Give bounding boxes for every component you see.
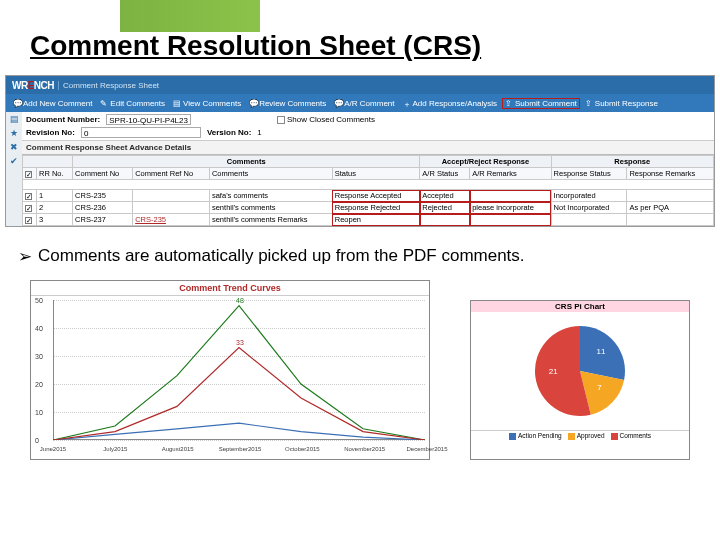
add-response-button[interactable]: ＋Add Response/Analysis [400, 98, 501, 109]
check-icon[interactable]: ✔ [9, 156, 19, 166]
comments-table: Comments Accept/Reject Response Response… [22, 155, 714, 226]
row-check[interactable] [25, 193, 32, 200]
col-status[interactable]: Status [332, 168, 420, 180]
col-rrno[interactable]: RR No. [37, 168, 73, 180]
edit-comments-button[interactable]: ✎Edit Comments [97, 98, 168, 109]
side-toolbar: ▤ ★ ✖ ✔ [6, 112, 22, 226]
pie-chart-title: CRS Pi Chart [471, 301, 689, 312]
checkbox-icon [277, 116, 285, 124]
add-new-comment-button[interactable]: 💬Add New Comment [10, 98, 95, 109]
app-window: WRENCH Comment Response Sheet 💬Add New C… [5, 75, 715, 227]
line-chart-title: Comment Trend Curves [31, 281, 429, 296]
col-comments[interactable]: Comments [209, 168, 332, 180]
line-chart: Comment Trend Curves 01020304050June2015… [30, 280, 430, 460]
plus-icon: ＋ [403, 99, 411, 107]
col-group-blank [23, 156, 73, 168]
version-value: 1 [257, 128, 261, 137]
speech-icon: 💬 [249, 99, 257, 107]
doc-info: Document Number: SPR-10-QU-PI-P4L23 Show… [22, 112, 714, 141]
upload-icon: ⇪ [585, 99, 593, 107]
submit-comment-button[interactable]: ⇪Submit Comment [502, 98, 580, 109]
table-row[interactable]: 1 CRS-235 safa's comments Response Accep… [23, 190, 714, 202]
col-cno[interactable]: Comment No [73, 168, 133, 180]
table-row[interactable]: 3 CRS-237 CRS-235 senthil's comments Rem… [23, 214, 714, 226]
doc-num-field: SPR-10-QU-PI-P4L23 [106, 114, 191, 125]
row-check[interactable] [25, 205, 32, 212]
speech-icon: 💬 [334, 99, 342, 107]
col-crefno[interactable]: Comment Ref No [133, 168, 210, 180]
col-group-response: Response [551, 156, 713, 168]
app-logo: WRENCH [12, 80, 54, 91]
col-rstatus[interactable]: Response Status [551, 168, 627, 180]
doc-num-label: Document Number: [26, 115, 100, 124]
bullet-point: ➢ Comments are automatically picked up f… [18, 246, 525, 267]
upload-icon: ⇪ [505, 99, 513, 107]
col-rremarks[interactable]: Response Remarks [627, 168, 714, 180]
speech-icon: 💬 [13, 99, 21, 107]
close-icon[interactable]: ✖ [9, 142, 19, 152]
list-icon: ▤ [173, 99, 181, 107]
bookmark-icon[interactable]: ★ [9, 128, 19, 138]
cref-link[interactable]: CRS-235 [135, 215, 166, 224]
slide-title: Comment Resolution Sheet (CRS) [30, 30, 481, 62]
app-header: WRENCH Comment Response Sheet [6, 76, 714, 94]
show-closed-checkbox[interactable]: Show Closed Comments [277, 115, 375, 124]
row-check[interactable] [25, 217, 32, 224]
bullet-icon: ➢ [18, 246, 32, 267]
col-arremarks[interactable]: A/R Remarks [470, 168, 551, 180]
pencil-icon: ✎ [100, 99, 108, 107]
svg-text:7: 7 [597, 383, 602, 392]
table-row[interactable]: 2 CRS-236 senthil's comments Response Re… [23, 202, 714, 214]
section-title: Comment Response Sheet Advance Details [22, 141, 714, 155]
svg-text:21: 21 [549, 367, 558, 376]
toolbar: 💬Add New Comment ✎Edit Comments ▤View Co… [6, 94, 714, 112]
pie-legend: Action Pending Approved Comments [471, 430, 689, 441]
col-group-ar: Accept/Reject Response [420, 156, 551, 168]
col-arstatus[interactable]: A/R Status [420, 168, 470, 180]
submit-response-button[interactable]: ⇪Submit Response [582, 98, 661, 109]
version-label: Version No: [207, 128, 251, 137]
decor-stripe [120, 0, 260, 32]
revision-field[interactable]: 0 [81, 127, 201, 138]
app-subtitle: Comment Response Sheet [58, 81, 159, 90]
col-check[interactable] [23, 168, 37, 180]
view-comments-button[interactable]: ▤View Comments [170, 98, 244, 109]
pie-chart: CRS Pi Chart 11721 Action Pending Approv… [470, 300, 690, 460]
review-comments-button[interactable]: 💬Review Comments [246, 98, 329, 109]
svg-text:11: 11 [596, 347, 605, 356]
filter-row[interactable] [23, 180, 714, 190]
ar-comment-button[interactable]: 💬A/R Comment [331, 98, 397, 109]
revision-label: Revision No: [26, 128, 75, 137]
doc-icon[interactable]: ▤ [9, 114, 19, 124]
col-group-comments: Comments [73, 156, 420, 168]
